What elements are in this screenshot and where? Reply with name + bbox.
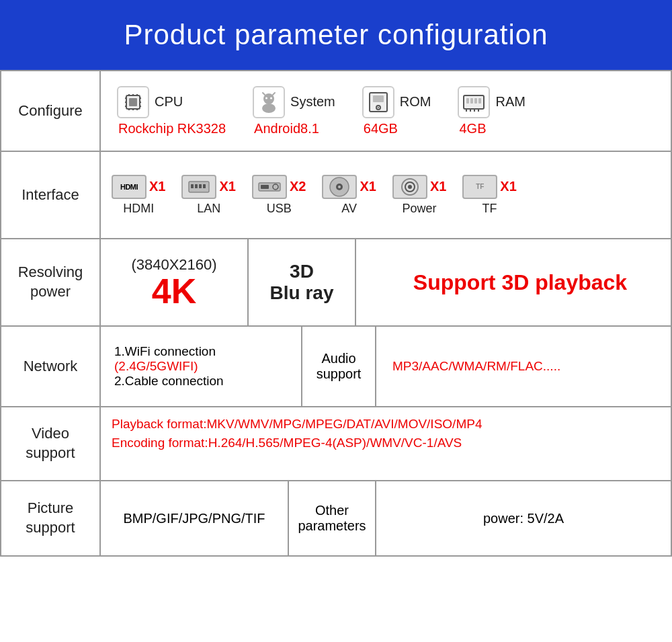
lan-name: LAN [197,202,220,216]
resolving-bluray: 3D Blu ray [270,261,334,304]
resolving-support-cell: Support 3D playback [356,239,671,325]
svg-line-18 [263,93,265,95]
cpu-value: Rockchip RK3328 [117,121,226,136]
audio-support-label: Audio support [302,327,376,406]
picture-formats-cell: BMP/GIF/JPG/PNG/TIF [101,481,289,555]
video-encoding-prefix: Encoding format: [112,436,208,450]
picture-content: BMP/GIF/JPG/PNG/TIF Other parameters pow… [101,481,671,555]
lan-count: X1 [219,179,235,194]
video-row: Video support Playback format:MKV/WMV/MP… [1,407,671,481]
svg-rect-39 [261,185,269,189]
configure-content: CPU Rockchip RK3328 [101,71,671,151]
page-title: Product parameter configuration [0,0,672,70]
interface-row: Interface HDMI X1 HDMI [1,152,671,239]
av-name: AV [341,202,357,216]
ram-icon [458,86,490,118]
system-label: System [290,94,335,110]
resolving-label: Resolving power [1,239,101,325]
iface-usb: X2 USB [252,175,306,216]
video-encoding-formats: H.264/H.565/MPEG-4(ASP)/WMV/VC-1/AVS [208,436,462,450]
system-value: Android8.1 [253,121,319,136]
video-playback-prefix: Playback format: [112,417,207,431]
iface-av: X1 AV [322,175,376,216]
resolving-row: Resolving power (3840X2160) 4K 3D Blu ra… [1,239,671,327]
av-icon [322,175,357,199]
iface-power: X1 Power [392,175,446,216]
network-wifi-detail: (2.4G/5GWIFI) [114,359,288,374]
android-icon [253,86,285,118]
ram-value: 4GB [458,121,486,136]
configure-row: Configure [1,71,671,152]
interface-content: HDMI X1 HDMI [101,152,671,238]
svg-point-17 [270,97,272,99]
video-label: Video support [1,407,101,480]
resolving-4k: 4K [152,274,196,309]
config-rom: ROM 64GB [362,86,431,136]
svg-rect-37 [203,184,206,188]
resolving-4k-cell: (3840X2160) 4K [101,239,249,325]
network-line2: 2.Cable connection [114,374,288,389]
network-wifi-cell: 1.WiFi connection (2.4G/5GWIFI) 2.Cable … [101,327,302,406]
video-playback-formats: MKV/WMV/MPG/MPEG/DAT/AVI/MOV/ISO/MP4 [207,417,482,431]
iface-hdmi: HDMI X1 HDMI [112,175,165,216]
tf-count: X1 [500,179,516,194]
cpu-label: CPU [155,94,183,110]
interface-items: HDMI X1 HDMI [112,175,517,216]
tf-name: TF [482,202,497,216]
usb-count: X2 [290,179,306,194]
rom-icon [362,86,394,118]
svg-rect-25 [466,98,469,104]
video-playback-line: Playback format:MKV/WMV/MPG/MPEG/DAT/AVI… [112,417,482,432]
config-cpu: CPU Rockchip RK3328 [117,86,226,136]
svg-rect-21 [373,95,384,102]
hdmi-icon: HDMI [112,175,146,199]
usb-name: USB [267,202,292,216]
svg-point-46 [408,185,412,189]
resolving-content: (3840X2160) 4K 3D Blu ray Support 3D pla… [101,239,671,325]
config-system: System Android8.1 [253,86,335,136]
picture-row: Picture support BMP/GIF/JPG/PNG/TIF Othe… [1,481,671,555]
svg-rect-35 [195,184,198,188]
network-content: 1.WiFi connection (2.4G/5GWIFI) 2.Cable … [101,327,671,406]
iface-tf: TF X1 TF [462,175,516,216]
audio-formats: MP3/AAC/WMA/RM/FLAC..... [386,359,560,374]
network-row: Network 1.WiFi connection (2.4G/5GWIFI) … [1,327,671,407]
svg-point-43 [338,186,341,188]
picture-label: Picture support [1,481,101,555]
power-cell: power: 5V/2A [376,481,671,555]
network-label: Network [1,327,101,406]
cpu-icon [117,86,149,118]
power-count: X1 [430,179,446,194]
power-name: Power [403,202,437,216]
svg-rect-27 [474,98,477,104]
svg-rect-28 [478,98,481,104]
video-content: Playback format:MKV/WMV/MPG/MPEG/DAT/AVI… [101,407,671,480]
network-line1: 1.WiFi connection [114,344,288,359]
rom-value: 64GB [362,121,398,136]
specs-table: Configure [0,70,672,557]
rom-label: ROM [400,94,431,110]
configure-label: Configure [1,71,101,151]
svg-line-19 [273,93,275,95]
lan-icon [181,175,216,199]
resolving-support-text: Support 3D playback [400,270,627,295]
ram-label: RAM [495,94,525,110]
tf-icon: TF [462,175,497,199]
audio-formats-cell: MP3/AAC/WMA/RM/FLAC..... [376,327,671,406]
svg-point-14 [262,104,276,113]
video-encoding-line: Encoding format:H.264/H.565/MPEG-4(ASP)/… [112,436,462,450]
av-count: X1 [360,179,376,194]
svg-rect-26 [470,98,473,104]
svg-point-16 [265,97,267,99]
hdmi-name: HDMI [123,202,154,216]
svg-rect-1 [129,98,137,106]
hdmi-count: X1 [149,179,165,194]
svg-point-23 [378,107,379,108]
power-value: power: 5V/2A [483,511,564,526]
picture-formats: BMP/GIF/JPG/PNG/TIF [123,511,265,526]
network-audio-section: Audio support MP3/AAC/WMA/RM/FLAC..... [302,327,671,406]
power-icon [392,175,427,199]
resolving-bluray-cell: 3D Blu ray [249,239,356,325]
interface-label: Interface [1,152,101,238]
iface-lan: X1 LAN [181,175,235,216]
